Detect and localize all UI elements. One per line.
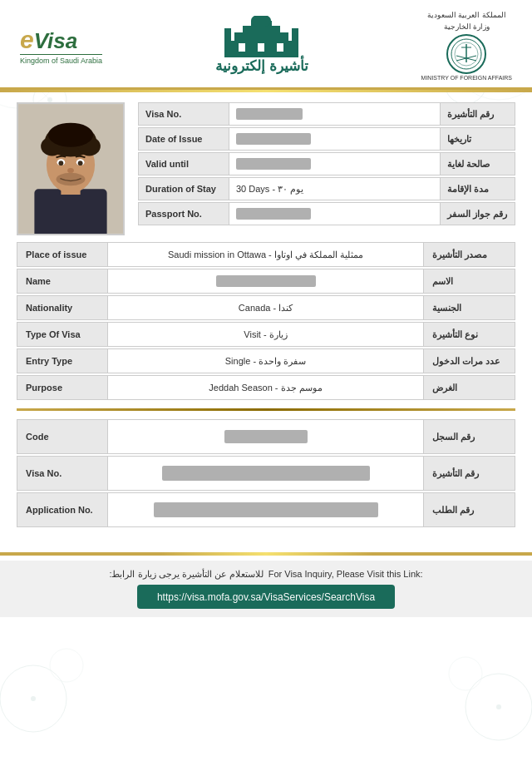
date-issue-blurred	[236, 133, 311, 145]
duration-arabic: مدة الإقامة	[441, 177, 515, 200]
code-label: Code	[17, 419, 108, 454]
purpose-value: Jeddah Season - موسم جدة	[108, 375, 424, 400]
ref-visa-no-arabic: رقم التأشيرة	[424, 456, 515, 491]
ministry-arabic-text: المملكة العربية السعودية وزارة الخارجية	[427, 10, 506, 32]
svg-rect-38	[34, 189, 106, 234]
visa-document: e Visa Kingdom of Saudi Arabia	[0, 0, 532, 761]
footer-section: للاستعلام عن التأشيرة يرجى زيارة الرابط:…	[0, 552, 532, 617]
nationality-label: Nationality	[17, 295, 108, 320]
evisa-logo: e Visa Kingdom of Saudi Arabia	[20, 26, 102, 65]
place-issue-value: Saudi mission in Ottawa - ممثلية المملكة…	[108, 242, 424, 267]
visa-type-row: Type Of Visa Visit - زيارة نوع التأشيرة	[17, 322, 515, 347]
ministry-english-text: MINISTRY OF FOREIGN AFFAIRS	[421, 75, 512, 81]
document-header: e Visa Kingdom of Saudi Arabia	[0, 0, 532, 90]
svg-rect-26	[292, 28, 298, 57]
visa-no-row: Visa No. رقم التأشيرة	[138, 102, 515, 126]
svg-point-17	[31, 696, 36, 701]
application-no-value	[108, 492, 424, 527]
svg-point-15	[0, 665, 66, 732]
passport-label: Passport No.	[138, 202, 229, 225]
ref-visa-no-value	[108, 456, 424, 491]
entry-type-value: Single - سفرة واحدة	[108, 348, 424, 373]
svg-point-50	[57, 173, 86, 186]
passport-value	[229, 202, 441, 225]
name-value	[108, 269, 424, 294]
svg-point-20	[496, 704, 501, 709]
ref-visa-no-blurred	[162, 466, 370, 481]
arabic-title: تأشيرة إلكترونية	[215, 57, 308, 75]
application-no-blurred	[154, 502, 378, 517]
visa-details-panel: Visa No. رقم التأشيرة Date of Issue تاري…	[138, 102, 515, 235]
svg-rect-30	[277, 43, 283, 52]
visa-type-arabic: نوع التأشيرة	[424, 322, 515, 347]
seal-icon	[450, 37, 483, 71]
footer-link-text: https://visa.mofa.gov.sa/VisaServices/Se…	[157, 591, 375, 603]
footer-inquiry-arabic: للاستعلام عن التأشيرة يرجى زيارة الرابط:	[109, 569, 263, 580]
ministry-section: المملكة العربية السعودية وزارة الخارجية	[421, 10, 512, 81]
purpose-label: Purpose	[17, 375, 108, 400]
purpose-arabic: الغرض	[424, 375, 515, 400]
center-logo: تأشيرة إلكترونية	[215, 16, 308, 75]
place-issue-row: Place of issue Saudi mission in Ottawa -…	[17, 242, 515, 267]
visa-no-value	[229, 102, 441, 126]
date-issue-arabic: تاريخها	[441, 127, 515, 151]
code-arabic: رقم السجل	[424, 419, 515, 454]
building-icon	[222, 16, 301, 57]
visa-no-label: Visa No.	[138, 102, 229, 126]
ref-visa-no-label: Visa No.	[17, 456, 108, 491]
svg-point-44	[48, 123, 93, 147]
code-value	[108, 419, 424, 454]
application-no-label: Application No.	[17, 492, 108, 527]
footer-gold-bar	[0, 552, 532, 556]
top-section: Visa No. رقم التأشيرة Date of Issue تاري…	[17, 102, 515, 235]
passport-arabic: رقم جواز السفر	[441, 202, 515, 225]
applicant-photo	[17, 102, 125, 235]
visa-type-label: Type Of Visa	[17, 322, 108, 347]
svg-point-49	[67, 168, 74, 173]
visa-no-arabic: رقم التأشيرة	[441, 102, 515, 126]
entry-type-label: Entry Type	[17, 348, 108, 373]
kingdom-label: Kingdom of Saudi Arabia	[20, 54, 102, 65]
svg-point-16	[50, 649, 83, 682]
valid-until-arabic: صالحة لغاية	[441, 152, 515, 175]
main-content: Visa No. رقم التأشيرة Date of Issue تاري…	[0, 92, 532, 539]
svg-point-18	[466, 674, 532, 740]
svg-rect-29	[258, 43, 264, 52]
duration-label: Duration of Stay	[138, 177, 229, 200]
date-issue-row: Date of Issue تاريخها	[138, 127, 515, 151]
entry-type-row: Entry Type Single - سفرة واحدة عدد مرات …	[17, 348, 515, 373]
code-row: Code رقم السجل	[17, 419, 515, 454]
duration-value: 30 Days - يوم ٣٠	[229, 177, 441, 200]
entry-type-arabic: عدد مرات الدخول	[424, 348, 515, 373]
ref-visa-no-row: Visa No. رقم التأشيرة	[17, 456, 515, 491]
purpose-row: Purpose Jeddah Season - موسم جدة الغرض	[17, 375, 515, 400]
svg-point-19	[449, 657, 482, 690]
valid-until-blurred	[236, 158, 311, 170]
passport-row: Passport No. رقم جواز السفر	[138, 202, 515, 225]
name-row: Name الاسم	[17, 269, 515, 294]
duration-row: Duration of Stay 30 Days - يوم ٣٠ مدة ال…	[138, 177, 515, 200]
place-issue-arabic: مصدر التأشيرة	[424, 242, 515, 267]
passport-blurred	[236, 208, 311, 220]
valid-until-row: Valid until صالحة لغاية	[138, 152, 515, 175]
visa-no-blurred	[236, 108, 303, 120]
svg-point-48	[78, 161, 83, 166]
svg-rect-28	[239, 43, 245, 52]
application-no-row: Application No. رقم الطلب	[17, 492, 515, 527]
footer-inquiry-line: للاستعلام عن التأشيرة يرجى زيارة الرابط:…	[17, 569, 515, 580]
application-no-arabic: رقم الطلب	[424, 492, 515, 527]
person-photo-svg	[18, 104, 123, 234]
code-blurred	[224, 430, 308, 443]
nationality-arabic: الجنسية	[424, 295, 515, 320]
nationality-value: Canada - كندا	[108, 295, 424, 320]
evisa-visa-text: Visa	[34, 28, 78, 54]
valid-until-label: Valid until	[138, 152, 229, 175]
ministry-seal	[446, 34, 486, 74]
date-issue-label: Date of Issue	[138, 127, 229, 151]
footer-link-container[interactable]: https://visa.mofa.gov.sa/VisaServices/Se…	[137, 585, 395, 609]
reference-section: Code رقم السجل Visa No. رقم التأشيرة	[17, 419, 515, 527]
nationality-row: Nationality Canada - كندا الجنسية	[17, 295, 515, 320]
name-blurred	[216, 275, 316, 287]
date-issue-value	[229, 127, 441, 151]
svg-point-47	[58, 161, 63, 166]
